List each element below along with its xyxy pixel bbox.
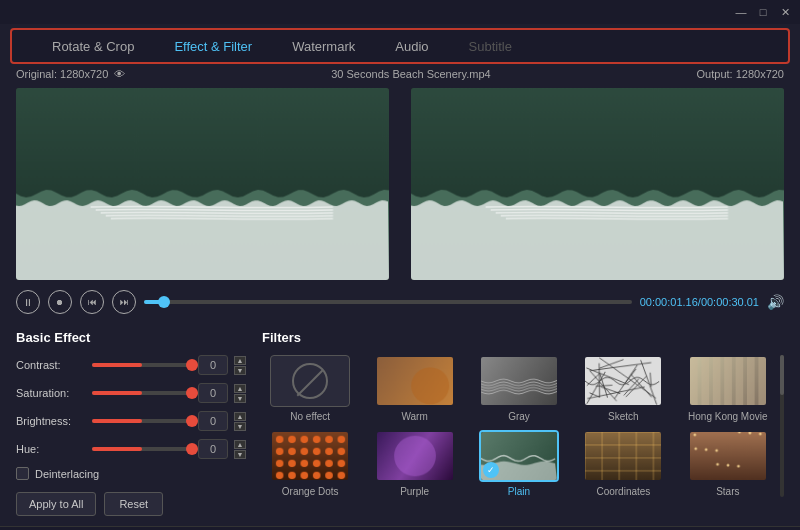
tab-rotate-crop[interactable]: Rotate & Crop — [32, 33, 154, 60]
progress-thumb[interactable] — [158, 296, 170, 308]
deinterlacing-label: Deinterlacing — [35, 468, 99, 480]
saturation-down[interactable]: ▼ — [234, 394, 246, 403]
hue-down[interactable]: ▼ — [234, 450, 246, 459]
filter-sketch-label: Sketch — [608, 411, 639, 422]
hue-label: Hue: — [16, 443, 86, 455]
filter-orange-dots-label: Orange Dots — [282, 486, 339, 497]
video-separator — [397, 88, 403, 280]
brightness-value[interactable]: 0 — [198, 411, 228, 431]
filter-hk-movie[interactable]: Hong Kong Movie — [680, 355, 776, 422]
filter-purple-thumb — [375, 430, 455, 482]
scroll-track[interactable] — [780, 355, 784, 497]
close-button[interactable]: ✕ — [778, 5, 792, 19]
contrast-row: Contrast: 0 ▲ ▼ — [16, 355, 246, 375]
filter-orange-dots-thumb — [270, 430, 350, 482]
saturation-value[interactable]: 0 — [198, 383, 228, 403]
brightness-label: Brightness: — [16, 415, 86, 427]
brightness-row: Brightness: 0 ▲ ▼ — [16, 411, 246, 431]
filter-no-effect[interactable]: No effect — [262, 355, 358, 422]
filter-hk-movie-label: Hong Kong Movie — [688, 411, 768, 422]
tab-watermark[interactable]: Watermark — [272, 33, 375, 60]
filters-title: Filters — [262, 330, 784, 345]
hue-slider[interactable] — [92, 447, 192, 451]
time-display: 00:00:01.16/00:00:30.01 — [640, 296, 759, 308]
basic-effect-panel: Basic Effect Contrast: 0 ▲ ▼ Saturation:… — [16, 330, 246, 516]
volume-icon[interactable]: 🔊 — [767, 294, 784, 310]
filter-sketch[interactable]: Sketch — [575, 355, 671, 422]
saturation-slider[interactable] — [92, 391, 192, 395]
filter-stars-canvas — [690, 432, 766, 480]
filter-coordinates[interactable]: Coordinates — [575, 430, 671, 497]
filter-orange-dots[interactable]: Orange Dots — [262, 430, 358, 497]
deinterlacing-checkbox[interactable] — [16, 467, 29, 480]
playback-bar: ⏸ ⏺ ⏮ ⏭ 00:00:01.16/00:00:30.01 🔊 — [0, 284, 800, 320]
progress-bar[interactable] — [144, 300, 632, 304]
hue-row: Hue: 0 ▲ ▼ — [16, 439, 246, 459]
tab-audio[interactable]: Audio — [375, 33, 448, 60]
reset-button[interactable]: Reset — [104, 492, 163, 516]
play-pause-button[interactable]: ⏸ — [16, 290, 40, 314]
filter-plain-label: Plain — [508, 486, 530, 497]
saturation-spinners: ▲ ▼ — [234, 384, 246, 403]
no-effect-circle — [292, 363, 328, 399]
filters-panel: Filters No effect Warm — [262, 330, 784, 516]
no-effect-line — [297, 370, 324, 397]
brightness-spinners: ▲ ▼ — [234, 412, 246, 431]
no-effect-thumb — [270, 355, 350, 407]
brightness-up[interactable]: ▲ — [234, 412, 246, 421]
contrast-value[interactable]: 0 — [198, 355, 228, 375]
filter-gray[interactable]: Gray — [471, 355, 567, 422]
filter-stars-label: Stars — [716, 486, 739, 497]
filter-stars[interactable]: Stars — [680, 430, 776, 497]
filter-warm-thumb — [375, 355, 455, 407]
filter-warm-canvas — [377, 357, 453, 405]
deinterlacing-row: Deinterlacing — [16, 467, 246, 480]
stop-button[interactable]: ⏺ — [48, 290, 72, 314]
filter-purple[interactable]: Purple — [366, 430, 462, 497]
filter-hk-movie-canvas — [690, 357, 766, 405]
hue-up[interactable]: ▲ — [234, 440, 246, 449]
contrast-spinners: ▲ ▼ — [234, 356, 246, 375]
contrast-down[interactable]: ▼ — [234, 366, 246, 375]
apply-all-button[interactable]: Apply to All — [16, 492, 96, 516]
filter-coordinates-canvas — [585, 432, 661, 480]
brightness-slider[interactable] — [92, 419, 192, 423]
maximize-button[interactable]: □ — [756, 5, 770, 19]
action-buttons: Apply to All Reset — [16, 492, 246, 516]
eye-icon[interactable]: 👁 — [114, 68, 125, 80]
brightness-down[interactable]: ▼ — [234, 422, 246, 431]
contrast-slider[interactable] — [92, 363, 192, 367]
tab-subtitle[interactable]: Subtitle — [449, 33, 532, 60]
filter-gray-label: Gray — [508, 411, 530, 422]
filter-purple-canvas — [377, 432, 453, 480]
tab-bar: Rotate & Crop Effect & Filter Watermark … — [10, 28, 790, 64]
bottom-bar: OK Cancel — [0, 526, 800, 530]
filter-stars-thumb — [688, 430, 768, 482]
title-bar: — □ ✕ — [0, 0, 800, 24]
contrast-fill — [92, 363, 142, 367]
saturation-up[interactable]: ▲ — [234, 384, 246, 393]
brightness-fill — [92, 419, 142, 423]
filter-warm[interactable]: Warm — [366, 355, 462, 422]
filter-purple-label: Purple — [400, 486, 429, 497]
saturation-thumb — [186, 387, 198, 399]
output-resolution: Output: 1280x720 — [697, 68, 784, 80]
contrast-up[interactable]: ▲ — [234, 356, 246, 365]
minimize-button[interactable]: — — [734, 5, 748, 19]
tab-effect-filter[interactable]: Effect & Filter — [154, 33, 272, 60]
hue-fill — [92, 447, 142, 451]
filter-sketch-canvas — [585, 357, 661, 405]
filter-plain[interactable]: ✓ Plain — [471, 430, 567, 497]
filter-gray-canvas — [481, 357, 557, 405]
filter-plain-thumb: ✓ — [479, 430, 559, 482]
hue-spinners: ▲ ▼ — [234, 440, 246, 459]
next-frame-button[interactable]: ⏭ — [112, 290, 136, 314]
hue-value[interactable]: 0 — [198, 439, 228, 459]
original-video-canvas — [16, 88, 389, 280]
filename: 30 Seconds Beach Scenery.mp4 — [331, 68, 490, 80]
video-area — [0, 84, 800, 284]
prev-frame-button[interactable]: ⏮ — [80, 290, 104, 314]
filter-hk-movie-thumb — [688, 355, 768, 407]
output-video-panel — [411, 88, 784, 280]
hue-thumb — [186, 443, 198, 455]
